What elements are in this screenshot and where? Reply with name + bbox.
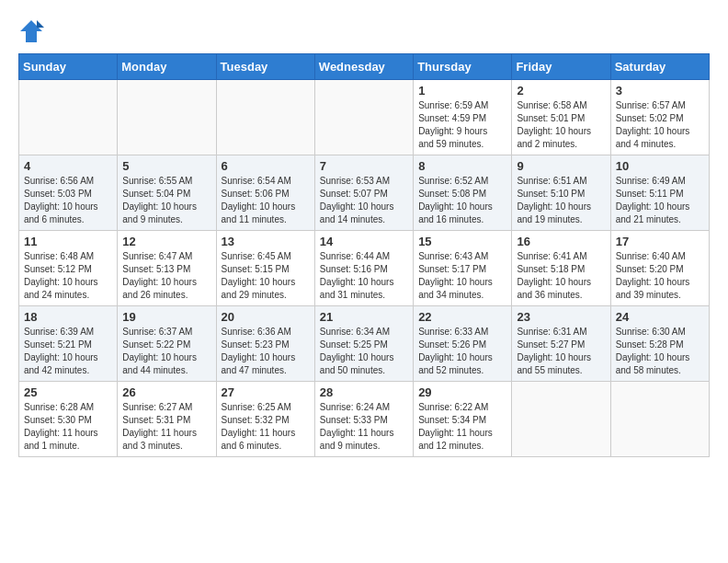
day-number: 13 — [222, 235, 310, 248]
day-number: 12 — [122, 235, 210, 248]
day-info: Sunrise: 6:30 AM Sunset: 5:28 PM Dayligh… — [616, 326, 704, 377]
day-info: Sunrise: 6:49 AM Sunset: 5:11 PM Dayligh… — [616, 175, 704, 226]
day-number: 4 — [24, 159, 112, 173]
day-header-saturday: Saturday — [610, 54, 709, 80]
day-info: Sunrise: 6:34 AM Sunset: 5:25 PM Dayligh… — [320, 326, 408, 377]
calendar-cell — [314, 80, 413, 155]
day-number: 18 — [24, 310, 112, 324]
day-info: Sunrise: 6:44 AM Sunset: 5:16 PM Dayligh… — [320, 250, 408, 302]
day-number: 28 — [320, 385, 408, 399]
day-number: 26 — [122, 385, 210, 399]
day-info: Sunrise: 6:31 AM Sunset: 5:27 PM Dayligh… — [517, 326, 605, 377]
calendar-cell: 8Sunrise: 6:52 AM Sunset: 5:08 PM Daylig… — [414, 155, 512, 231]
calendar-cell: 3Sunrise: 6:57 AM Sunset: 5:02 PM Daylig… — [610, 80, 709, 155]
calendar-cell: 6Sunrise: 6:54 AM Sunset: 5:06 PM Daylig… — [216, 155, 314, 231]
logo-icon — [18, 18, 44, 44]
day-number: 14 — [320, 235, 408, 248]
calendar-cell: 17Sunrise: 6:40 AM Sunset: 5:20 PM Dayli… — [610, 231, 709, 306]
day-header-wednesday: Wednesday — [314, 54, 413, 80]
day-info: Sunrise: 6:33 AM Sunset: 5:26 PM Dayligh… — [418, 326, 506, 377]
day-info: Sunrise: 6:24 AM Sunset: 5:33 PM Dayligh… — [320, 401, 408, 453]
day-header-monday: Monday — [118, 54, 216, 80]
day-info: Sunrise: 6:43 AM Sunset: 5:17 PM Dayligh… — [418, 250, 506, 302]
day-number: 24 — [616, 310, 704, 324]
day-info: Sunrise: 6:36 AM Sunset: 5:23 PM Dayligh… — [222, 326, 310, 377]
day-info: Sunrise: 6:41 AM Sunset: 5:18 PM Dayligh… — [517, 250, 605, 302]
calendar-cell — [216, 80, 314, 155]
calendar-cell: 26Sunrise: 6:27 AM Sunset: 5:31 PM Dayli… — [118, 382, 216, 457]
day-info: Sunrise: 6:27 AM Sunset: 5:31 PM Dayligh… — [122, 401, 210, 453]
calendar: SundayMondayTuesdayWednesdayThursdayFrid… — [18, 53, 710, 457]
day-header-tuesday: Tuesday — [216, 54, 314, 80]
day-number: 27 — [222, 385, 310, 399]
day-info: Sunrise: 6:39 AM Sunset: 5:21 PM Dayligh… — [24, 326, 112, 377]
day-info: Sunrise: 6:48 AM Sunset: 5:12 PM Dayligh… — [24, 250, 112, 302]
day-number: 5 — [122, 159, 210, 173]
day-info: Sunrise: 6:59 AM Sunset: 4:59 PM Dayligh… — [418, 99, 506, 151]
calendar-cell: 1Sunrise: 6:59 AM Sunset: 4:59 PM Daylig… — [414, 80, 512, 155]
calendar-cell: 7Sunrise: 6:53 AM Sunset: 5:07 PM Daylig… — [314, 155, 413, 231]
days-header-row: SundayMondayTuesdayWednesdayThursdayFrid… — [19, 54, 710, 80]
day-number: 25 — [24, 385, 112, 399]
day-number: 9 — [517, 159, 605, 173]
calendar-cell: 14Sunrise: 6:44 AM Sunset: 5:16 PM Dayli… — [314, 231, 413, 306]
day-info: Sunrise: 6:54 AM Sunset: 5:06 PM Dayligh… — [222, 175, 310, 226]
calendar-cell: 11Sunrise: 6:48 AM Sunset: 5:12 PM Dayli… — [19, 231, 118, 306]
day-number: 16 — [517, 235, 605, 248]
calendar-cell: 21Sunrise: 6:34 AM Sunset: 5:25 PM Dayli… — [314, 306, 413, 382]
calendar-cell: 25Sunrise: 6:28 AM Sunset: 5:30 PM Dayli… — [19, 382, 118, 457]
day-number: 20 — [222, 310, 310, 324]
day-number: 11 — [24, 235, 112, 248]
day-header-thursday: Thursday — [414, 54, 512, 80]
calendar-cell: 2Sunrise: 6:58 AM Sunset: 5:01 PM Daylig… — [512, 80, 610, 155]
day-info: Sunrise: 6:37 AM Sunset: 5:22 PM Dayligh… — [122, 326, 210, 377]
calendar-cell: 23Sunrise: 6:31 AM Sunset: 5:27 PM Dayli… — [512, 306, 610, 382]
calendar-cell: 19Sunrise: 6:37 AM Sunset: 5:22 PM Dayli… — [118, 306, 216, 382]
day-info: Sunrise: 6:45 AM Sunset: 5:15 PM Dayligh… — [222, 250, 310, 302]
calendar-cell: 28Sunrise: 6:24 AM Sunset: 5:33 PM Dayli… — [314, 382, 413, 457]
calendar-cell — [19, 80, 118, 155]
calendar-cell: 13Sunrise: 6:45 AM Sunset: 5:15 PM Dayli… — [216, 231, 314, 306]
day-number: 3 — [616, 84, 704, 98]
day-number: 17 — [616, 235, 704, 248]
day-info: Sunrise: 6:51 AM Sunset: 5:10 PM Dayligh… — [517, 175, 605, 226]
calendar-cell: 12Sunrise: 6:47 AM Sunset: 5:13 PM Dayli… — [118, 231, 216, 306]
day-header-sunday: Sunday — [19, 54, 118, 80]
calendar-cell: 27Sunrise: 6:25 AM Sunset: 5:32 PM Dayli… — [216, 382, 314, 457]
day-info: Sunrise: 6:47 AM Sunset: 5:13 PM Dayligh… — [122, 250, 210, 302]
calendar-cell: 20Sunrise: 6:36 AM Sunset: 5:23 PM Dayli… — [216, 306, 314, 382]
week-row-4: 18Sunrise: 6:39 AM Sunset: 5:21 PM Dayli… — [19, 306, 710, 382]
day-info: Sunrise: 6:40 AM Sunset: 5:20 PM Dayligh… — [616, 250, 704, 302]
day-info: Sunrise: 6:28 AM Sunset: 5:30 PM Dayligh… — [24, 401, 112, 453]
day-number: 2 — [517, 84, 605, 98]
day-number: 29 — [418, 385, 506, 399]
day-number: 7 — [320, 159, 408, 173]
calendar-cell: 18Sunrise: 6:39 AM Sunset: 5:21 PM Dayli… — [19, 306, 118, 382]
day-info: Sunrise: 6:22 AM Sunset: 5:34 PM Dayligh… — [418, 401, 506, 453]
day-number: 23 — [517, 310, 605, 324]
calendar-cell: 9Sunrise: 6:51 AM Sunset: 5:10 PM Daylig… — [512, 155, 610, 231]
day-header-friday: Friday — [512, 54, 610, 80]
day-number: 6 — [222, 159, 310, 173]
week-row-3: 11Sunrise: 6:48 AM Sunset: 5:12 PM Dayli… — [19, 231, 710, 306]
day-info: Sunrise: 6:52 AM Sunset: 5:08 PM Dayligh… — [418, 175, 506, 226]
day-number: 10 — [616, 159, 704, 173]
calendar-cell: 4Sunrise: 6:56 AM Sunset: 5:03 PM Daylig… — [19, 155, 118, 231]
day-info: Sunrise: 6:25 AM Sunset: 5:32 PM Dayligh… — [222, 401, 310, 453]
calendar-cell: 10Sunrise: 6:49 AM Sunset: 5:11 PM Dayli… — [610, 155, 709, 231]
logo — [18, 18, 48, 44]
calendar-cell: 16Sunrise: 6:41 AM Sunset: 5:18 PM Dayli… — [512, 231, 610, 306]
week-row-5: 25Sunrise: 6:28 AM Sunset: 5:30 PM Dayli… — [19, 382, 710, 457]
day-number: 8 — [418, 159, 506, 173]
day-info: Sunrise: 6:58 AM Sunset: 5:01 PM Dayligh… — [517, 99, 605, 151]
day-number: 22 — [418, 310, 506, 324]
calendar-cell: 5Sunrise: 6:55 AM Sunset: 5:04 PM Daylig… — [118, 155, 216, 231]
calendar-cell — [512, 382, 610, 457]
day-number: 1 — [418, 84, 506, 98]
day-info: Sunrise: 6:57 AM Sunset: 5:02 PM Dayligh… — [616, 99, 704, 151]
day-info: Sunrise: 6:56 AM Sunset: 5:03 PM Dayligh… — [24, 175, 112, 226]
calendar-cell — [118, 80, 216, 155]
day-number: 19 — [122, 310, 210, 324]
calendar-cell: 15Sunrise: 6:43 AM Sunset: 5:17 PM Dayli… — [414, 231, 512, 306]
week-row-1: 1Sunrise: 6:59 AM Sunset: 4:59 PM Daylig… — [19, 80, 710, 155]
